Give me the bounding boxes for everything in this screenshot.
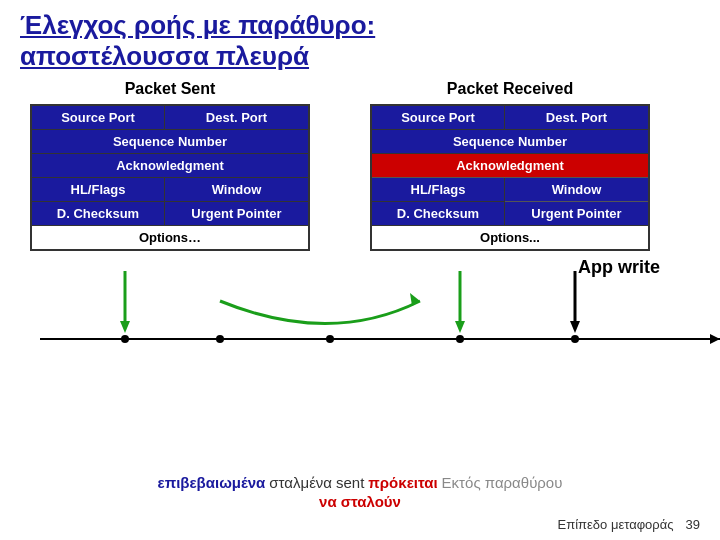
- packet-received-table: Source Port Dest. Port Sequence Number A…: [370, 104, 650, 251]
- svg-point-11: [326, 335, 334, 343]
- svg-marker-4: [455, 321, 465, 333]
- packet-sent-label: Packet Sent: [125, 80, 216, 98]
- table-row: Options...: [371, 226, 649, 251]
- options-right: Options...: [371, 226, 649, 251]
- title: Έλεγχος ροής με παράθυρο: αποστέλουσσα π…: [20, 10, 700, 72]
- table-row: Acknowledgment: [31, 154, 309, 178]
- packet-received-label: Packet Received: [447, 80, 573, 98]
- dest-port-right: Dest. Port: [504, 105, 649, 130]
- arrows-section: App write: [20, 257, 700, 352]
- svg-point-10: [216, 335, 224, 343]
- text-na-staloun: να σταλούν: [319, 493, 401, 510]
- footer: Επίπεδο μεταφοράς 39: [558, 517, 700, 532]
- svg-point-9: [121, 335, 129, 343]
- transport-label: Επίπεδο μεταφοράς: [558, 517, 674, 532]
- svg-point-12: [456, 335, 464, 343]
- arrows-svg: [20, 271, 720, 366]
- dest-port-left: Dest. Port: [164, 105, 309, 130]
- checksum-right: D. Checksum: [371, 202, 504, 226]
- hl-flags-right: HL/Flags: [371, 178, 504, 202]
- table-row: D. Checksum Urgent Pointer: [371, 202, 649, 226]
- page: Έλεγχος ροής με παράθυρο: αποστέλουσσα π…: [0, 0, 720, 540]
- hl-flags-left: HL/Flags: [31, 178, 164, 202]
- svg-marker-1: [120, 321, 130, 333]
- svg-marker-6: [570, 321, 580, 333]
- table-row: HL/Flags Window: [31, 178, 309, 202]
- title-line1: Έλεγχος ροής με παράθυρο:: [20, 10, 700, 41]
- window-right: Window: [504, 178, 649, 202]
- table-row: Sequence Number: [371, 130, 649, 154]
- diagrams-container: Packet Sent Source Port Dest. Port Seque…: [20, 80, 700, 251]
- window-left: Window: [164, 178, 309, 202]
- urgent-right: Urgent Pointer: [504, 202, 649, 226]
- text-ektos: Εκτός παραθύρου: [442, 474, 563, 491]
- source-port-left: Source Port: [31, 105, 164, 130]
- table-row: HL/Flags Window: [371, 178, 649, 202]
- table-row: Options…: [31, 226, 309, 251]
- text-sent-greek: σταλμένα: [269, 474, 332, 491]
- title-line2: αποστέλουσσα πλευρά: [20, 41, 700, 72]
- svg-point-13: [571, 335, 579, 343]
- packet-sent-table: Source Port Dest. Port Sequence Number A…: [30, 104, 310, 251]
- table-row: Sequence Number: [31, 130, 309, 154]
- options-left: Options…: [31, 226, 309, 251]
- checksum-left: D. Checksum: [31, 202, 164, 226]
- ack-left: Acknowledgment: [31, 154, 309, 178]
- source-port-right: Source Port: [371, 105, 504, 130]
- table-row: Source Port Dest. Port: [371, 105, 649, 130]
- table-row: Source Port Dest. Port: [31, 105, 309, 130]
- bottom-line-1: επιβεβαιωμένα σταλμένα sent πρόκειται Εκ…: [158, 474, 563, 491]
- text-prokeitai: πρόκειται: [368, 474, 437, 491]
- urgent-left: Urgent Pointer: [164, 202, 309, 226]
- svg-marker-8: [710, 334, 720, 344]
- packet-received-section: Packet Received Source Port Dest. Port S…: [370, 80, 650, 251]
- text-confirmed: επιβεβαιωμένα: [158, 474, 266, 491]
- seq-num-left: Sequence Number: [31, 130, 309, 154]
- table-row: Acknowledgment: [371, 154, 649, 178]
- bottom-line-2: να σταλούν: [319, 493, 401, 510]
- table-row: D. Checksum Urgent Pointer: [31, 202, 309, 226]
- bottom-text-area: επιβεβαιωμένα σταλμένα sent πρόκειται Εκ…: [0, 474, 720, 510]
- packet-sent-section: Packet Sent Source Port Dest. Port Seque…: [30, 80, 310, 251]
- page-number: 39: [686, 517, 700, 532]
- text-sent-eng: sent: [336, 474, 364, 491]
- seq-num-right: Sequence Number: [371, 130, 649, 154]
- ack-right: Acknowledgment: [371, 154, 649, 178]
